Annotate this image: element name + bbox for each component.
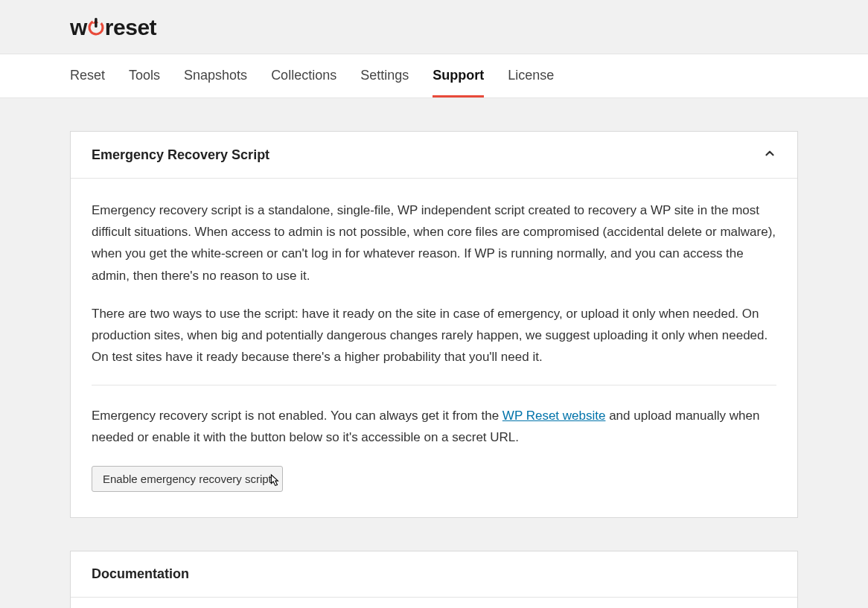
logo-prefix: w <box>70 15 87 40</box>
content: Emergency Recovery Script Emergency reco… <box>0 98 868 608</box>
svg-rect-1 <box>95 18 97 28</box>
panel-body <box>71 598 797 608</box>
panel-paragraph: Emergency recovery script is not enabled… <box>92 405 776 448</box>
tab-snapshots[interactable]: Snapshots <box>184 54 247 97</box>
panel-body: Emergency recovery script is a standalon… <box>71 179 797 517</box>
tab-settings[interactable]: Settings <box>360 54 409 97</box>
chevron-up-icon <box>763 147 776 163</box>
tabbar: Reset Tools Snapshots Collections Settin… <box>0 54 868 98</box>
divider <box>92 385 776 385</box>
panel-documentation: Documentation <box>70 551 798 608</box>
header: w reset <box>0 0 868 54</box>
panel-emergency-recovery: Emergency Recovery Script Emergency reco… <box>70 131 798 518</box>
tab-tools[interactable]: Tools <box>129 54 160 97</box>
panel-header-emergency[interactable]: Emergency Recovery Script <box>71 132 797 179</box>
tab-support[interactable]: Support <box>433 54 484 97</box>
panel-header-documentation[interactable]: Documentation <box>71 551 797 598</box>
text: Emergency recovery script is not enabled… <box>92 409 502 423</box>
logo-suffix: reset <box>105 15 156 40</box>
wp-reset-website-link[interactable]: WP Reset website <box>502 409 606 423</box>
panel-paragraph: There are two ways to use the script: ha… <box>92 303 776 368</box>
enable-emergency-recovery-button[interactable]: Enable emergency recovery script <box>92 466 283 492</box>
tab-license[interactable]: License <box>508 54 554 97</box>
panel-paragraph: Emergency recovery script is a standalon… <box>92 199 776 287</box>
panel-title: Emergency Recovery Script <box>92 147 269 163</box>
tab-reset[interactable]: Reset <box>70 54 105 97</box>
panel-title: Documentation <box>92 566 189 582</box>
logo-accent-icon <box>88 18 104 37</box>
tab-collections[interactable]: Collections <box>271 54 336 97</box>
logo: w reset <box>70 15 156 40</box>
